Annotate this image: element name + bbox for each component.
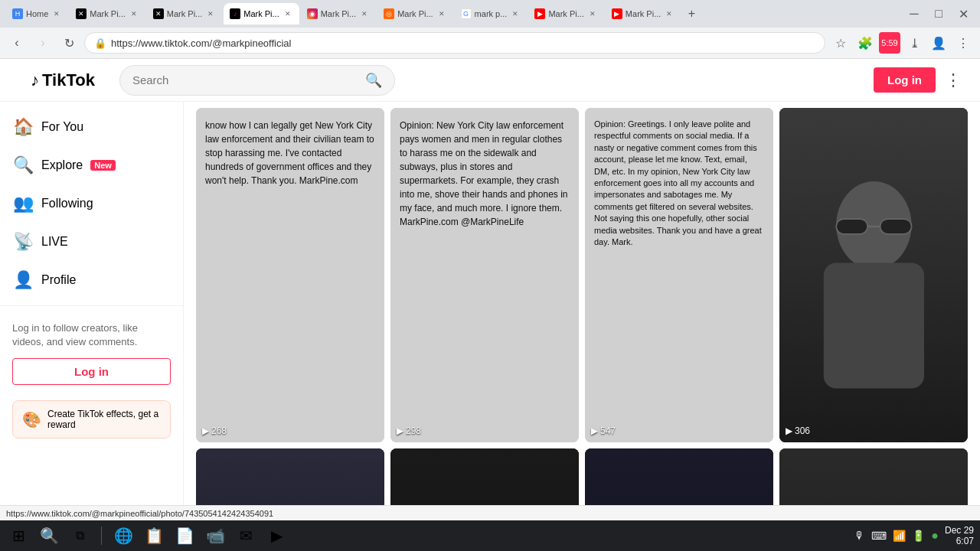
- video-card-1[interactable]: know how I can legally get New York City…: [196, 108, 384, 442]
- download-icon[interactable]: ⤓: [903, 32, 925, 54]
- extensions-icon[interactable]: 🧩: [854, 32, 876, 54]
- tab-google[interactable]: G mark p... ✕: [455, 3, 528, 24]
- tab-reddit-close[interactable]: ✕: [436, 8, 447, 19]
- search-bar[interactable]: 🔍: [119, 65, 395, 96]
- taskbar-youtube-icon[interactable]: ▶: [264, 523, 289, 548]
- video-3-views: 547: [600, 425, 616, 436]
- taskbar-meet-icon[interactable]: 📹: [203, 523, 227, 548]
- tab-reddit[interactable]: ◎ Mark Pi... ✕: [377, 3, 452, 24]
- tab-tiktok-close[interactable]: ✕: [283, 8, 293, 19]
- taskbar-sheets-icon[interactable]: 📋: [142, 523, 166, 548]
- taskbar-date: Dec 29: [945, 525, 974, 536]
- sidebar-following-label: Following: [41, 197, 93, 210]
- browser-actions: ☆ 🧩 5:59 ⤓ 👤 ⋮: [830, 32, 974, 54]
- status-bar: https://www.tiktok.com/@markpineofficial…: [0, 505, 980, 520]
- search-icon: 🔍: [365, 72, 382, 89]
- profile-nav-icon: 👤: [12, 270, 34, 290]
- green-dot-icon: ●: [931, 529, 939, 543]
- tiktok-logo[interactable]: ♪ TikTok: [18, 61, 107, 99]
- following-icon: 👥: [12, 194, 34, 214]
- taskbar-docs-icon[interactable]: 📄: [172, 523, 197, 548]
- sidebar-item-explore[interactable]: 🔍 Explore New: [0, 146, 183, 184]
- app-layout: 🏠 For You 🔍 Explore New 👥 Following 📡 LI…: [0, 102, 980, 551]
- sidebar-for-you-label: For You: [41, 120, 83, 134]
- video-card-4[interactable]: ▶ 306: [779, 108, 968, 442]
- sidebar-item-following[interactable]: 👥 Following: [0, 184, 183, 223]
- tab-youtube-1[interactable]: ▶ Mark Pi... ✕: [528, 3, 603, 24]
- video-4-play-icon: ▶: [786, 425, 792, 436]
- taskbar-time: 6:07: [945, 536, 974, 546]
- tab-google-close[interactable]: ✕: [510, 8, 521, 19]
- tab-bar: H Home ✕ ✕ Mark Pi... ✕ ✕ Mark Pi... ✕ ♪…: [0, 0, 980, 28]
- tab-youtube-1-title: Mark Pi...: [548, 9, 583, 18]
- video-card-2[interactable]: Opinion: New York City law enforcement p…: [390, 108, 579, 442]
- video-4-thumbnail: [799, 142, 949, 409]
- sidebar-item-profile[interactable]: 👤 Profile: [0, 261, 183, 299]
- sidebar-item-for-you[interactable]: 🏠 For You: [0, 108, 183, 146]
- window-minimize[interactable]: ─: [903, 3, 925, 24]
- sidebar: 🏠 For You 🔍 Explore New 👥 Following 📡 LI…: [0, 102, 184, 551]
- wifi-icon: 📶: [893, 530, 906, 542]
- tab-mark-2-close[interactable]: ✕: [205, 8, 216, 19]
- tab-mark-1-close[interactable]: ✕: [129, 8, 139, 19]
- taskbar-divider: [101, 527, 102, 545]
- tab-youtube-2-title: Mark Pi...: [626, 9, 661, 18]
- video-card-3[interactable]: Opinion: Greetings. I only leave polite …: [585, 108, 773, 442]
- effects-icon: 🎨: [22, 410, 41, 429]
- login-prompt: Log in to follow creators, like videos, …: [0, 312, 183, 394]
- window-maximize[interactable]: □: [928, 3, 949, 24]
- video-2-views: 298: [406, 425, 421, 436]
- taskbar-search-icon[interactable]: 🔍: [37, 523, 61, 548]
- search-input[interactable]: [132, 73, 359, 86]
- tiktok-effects-promo[interactable]: 🎨 Create TikTok effects, get a reward: [12, 400, 171, 439]
- tab-home-close[interactable]: ✕: [51, 8, 62, 19]
- browser-chrome: H Home ✕ ✕ Mark Pi... ✕ ✕ Mark Pi... ✕ ♪…: [0, 0, 980, 59]
- tab-youtube-2[interactable]: ▶ Mark Pi... ✕: [606, 3, 681, 24]
- tiktok-logo-icon: ♪: [31, 70, 39, 90]
- header-right: Log in ⋮: [874, 67, 962, 93]
- menu-icon[interactable]: ⋮: [952, 32, 974, 54]
- sidebar-item-live[interactable]: 📡 LIVE: [0, 223, 183, 261]
- tab-youtube-1-close[interactable]: ✕: [587, 8, 598, 19]
- svg-rect-3: [880, 219, 911, 234]
- taskbar: ⊞ 🔍 ⧉ 🌐 📋 📄 📹 ✉ ▶ 🎙 ⌨ 📶 🔋 ● Dec 29 6:07: [0, 520, 980, 551]
- profile-icon[interactable]: 👤: [928, 32, 949, 54]
- header-more-icon[interactable]: ⋮: [945, 70, 962, 90]
- header-login-button[interactable]: Log in: [874, 67, 936, 93]
- timer-icon[interactable]: 5:59: [879, 32, 900, 54]
- tab-mark-1[interactable]: ✕ Mark Pi... ✕: [70, 3, 145, 24]
- sidebar-profile-label: Profile: [41, 273, 76, 287]
- forward-button[interactable]: ›: [32, 32, 54, 54]
- taskbar-clock[interactable]: Dec 29 6:07: [945, 525, 974, 546]
- taskbar-keyboard-icon: ⌨: [871, 530, 887, 542]
- window-close[interactable]: ✕: [952, 3, 974, 24]
- live-icon: 📡: [12, 232, 34, 252]
- tab-tiktok-active[interactable]: ♪ Mark Pi... ✕: [224, 3, 299, 24]
- windows-start-icon[interactable]: ⊞: [6, 523, 31, 548]
- bookmark-star-icon[interactable]: ☆: [830, 32, 851, 54]
- tab-instagram-close[interactable]: ✕: [359, 8, 370, 19]
- taskbar-gmail-icon[interactable]: ✉: [234, 523, 258, 548]
- sidebar-login-button[interactable]: Log in: [12, 358, 171, 385]
- video-3-caption: Opinion: Greetings. I only leave polite …: [594, 119, 764, 248]
- address-bar[interactable]: 🔒 https://www.tiktok.com/@markpineoffici…: [84, 32, 825, 54]
- svg-rect-2: [836, 219, 867, 234]
- back-button[interactable]: ‹: [6, 32, 28, 54]
- taskbar-right: 🎙 ⌨ 📶 🔋 ● Dec 29 6:07: [854, 525, 974, 546]
- reload-button[interactable]: ↻: [58, 32, 80, 54]
- new-tab-button[interactable]: +: [682, 5, 701, 23]
- taskbar-chrome-icon[interactable]: 🌐: [111, 523, 136, 548]
- task-view-icon[interactable]: ⧉: [67, 523, 92, 548]
- app-header: ♪ TikTok 🔍 Log in ⋮: [0, 59, 980, 102]
- address-bar-row: ‹ › ↻ 🔒 https://www.tiktok.com/@markpine…: [0, 28, 980, 58]
- url-text: https://www.tiktok.com/@markpineofficial: [111, 37, 815, 49]
- tab-instagram[interactable]: ◉ Mark Pi... ✕: [301, 3, 376, 24]
- battery-icon: 🔋: [912, 530, 925, 542]
- video-1-views: 268: [211, 425, 227, 436]
- tab-mark-2[interactable]: ✕ Mark Pi... ✕: [147, 3, 222, 24]
- video-1-play-icon: ▶: [202, 425, 209, 436]
- tab-youtube-2-close[interactable]: ✕: [664, 8, 675, 19]
- video-2-play-icon: ▶: [397, 425, 403, 436]
- tab-home[interactable]: H Home ✕: [6, 3, 68, 24]
- status-url: https://www.tiktok.com/@markpineofficial…: [6, 509, 273, 518]
